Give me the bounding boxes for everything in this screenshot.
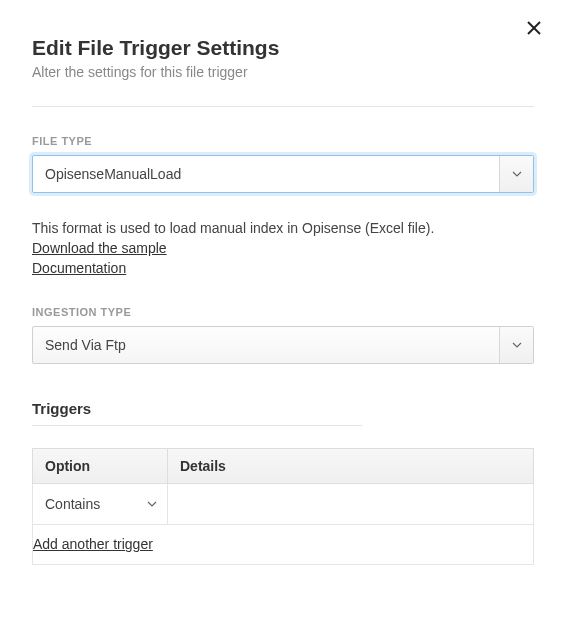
trigger-option-select[interactable]: Contains [33,484,167,524]
caret-down-icon [512,171,522,177]
column-details: Details [168,448,534,483]
ingestion-type-value: Send Via Ftp [33,327,499,363]
file-type-help-text: This format is used to load manual index… [32,220,434,236]
file-type-caret[interactable] [499,156,533,192]
add-trigger-row: Add another trigger [33,524,534,564]
trigger-details-cell[interactable] [168,483,534,524]
ingestion-type-label: INGESTION TYPE [32,306,534,318]
caret-down-icon [512,342,522,348]
file-type-select[interactable]: OpisenseManualLoad [32,155,534,193]
file-type-label: FILE TYPE [32,135,534,147]
modal-title: Edit File Trigger Settings [32,36,534,60]
documentation-link[interactable]: Documentation [32,259,126,278]
ingestion-type-select[interactable]: Send Via Ftp [32,326,534,364]
triggers-table: Option Details Contains Add another trig… [32,448,534,565]
triggers-heading: Triggers [32,400,534,417]
close-icon [526,20,542,36]
table-row: Contains [33,483,534,524]
divider [32,106,534,107]
ingestion-type-caret[interactable] [499,327,533,363]
close-button[interactable] [526,20,544,38]
caret-down-icon [147,501,157,507]
file-type-value: OpisenseManualLoad [33,156,499,192]
modal-subtitle: Alter the settings for this file trigger [32,64,534,80]
column-option: Option [33,448,168,483]
trigger-option-value: Contains [45,496,100,512]
add-trigger-link[interactable]: Add another trigger [33,536,153,552]
triggers-divider [32,425,362,426]
download-sample-link[interactable]: Download the sample [32,239,167,258]
